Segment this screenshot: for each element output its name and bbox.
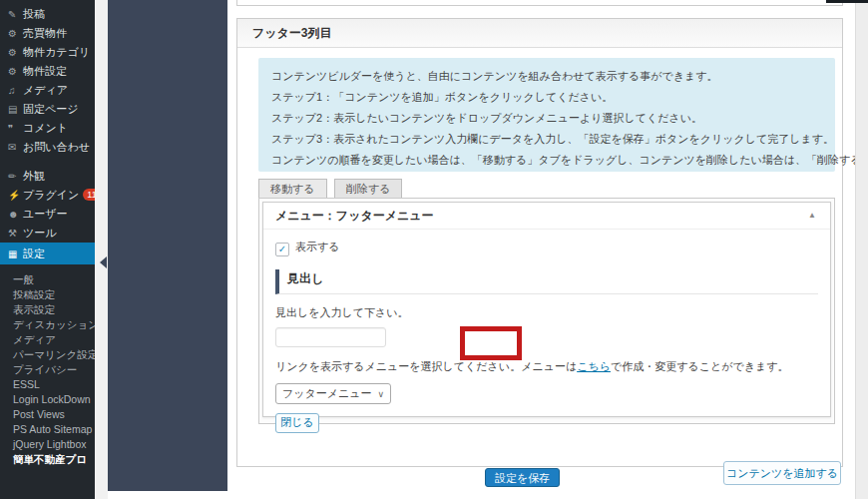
add-content-button[interactable]: コンテンツを追加する: [723, 461, 841, 485]
info-line: ステップ2：表示したいコンテンツをドロップダウンメニューより選択してください。: [271, 108, 835, 129]
pin-icon: ✎: [8, 5, 23, 24]
sidebar-subitem-ps-auto-sitemap[interactable]: PS Auto Sitemap: [0, 422, 95, 437]
wordpress-admin-page: ✎投稿 ⚙売買物件 ⚙物件カテゴリ ⚙物件設定 ♫メディア ▤固定ページ ❞コメ…: [0, 0, 868, 499]
tab-delete[interactable]: 削除する: [334, 179, 403, 198]
gear-icon: ⚙: [8, 24, 23, 43]
footer-column3-panel: フッター3列目 コンテンツビルダーを使うと、自由にコンテンツを組み合わせて表示す…: [236, 18, 843, 467]
menu-postbox: メニュー：フッターメニュー ▲ ✓表示する 見出し 見出しを入力して下さい。 リ…: [262, 202, 831, 417]
sidebar-item-posts[interactable]: ✎投稿: [0, 5, 95, 24]
info-line: ステップ1：「コンテンツを追加」ボタンをクリックしてください。: [271, 87, 835, 108]
comment-icon: ❞: [8, 119, 23, 138]
tab-move[interactable]: 移動する: [258, 179, 327, 198]
sidebar-subitem-jquery-lightbox[interactable]: jQuery Lightbox: [0, 437, 95, 452]
menu-link-sentence: リンクを表示するメニューを選択してください。メニューはこちらで作成・変更すること…: [275, 359, 818, 374]
chevron-down-icon: ∨: [378, 389, 385, 399]
sidebar-item-users[interactable]: ☻ユーザー: [0, 205, 95, 224]
show-checkbox[interactable]: ✓: [275, 243, 289, 256]
content-builder-box: メニュー：フッターメニュー ▲ ✓表示する 見出し 見出しを入力して下さい。 リ…: [258, 198, 835, 424]
postbox-title: メニュー：フッターメニュー: [275, 209, 434, 223]
settings-icon: ▦: [8, 244, 23, 265]
collapse-arrow-icon[interactable]: ▲: [808, 203, 816, 229]
sidebar-subitem-post-views[interactable]: Post Views: [0, 407, 95, 422]
sidebar-item-plugins[interactable]: ⚡プラグイン11: [0, 186, 95, 205]
content-block-tabs: 移動する 削除する: [258, 179, 405, 198]
media-icon: ♫: [8, 81, 23, 100]
heading-hint: 見出しを入力して下さい。: [275, 305, 818, 320]
sidebar-subitem-general[interactable]: 一般: [0, 272, 95, 287]
sidebar-subitem-fudousan-pro[interactable]: 簡単不動産プロ: [0, 452, 95, 467]
settings-submenu: 一般 投稿設定 表示設定 ディスカッション メディア パーマリンク設定 プライバ…: [0, 264, 95, 467]
postbox-header: メニュー：フッターメニュー ▲: [263, 203, 830, 230]
main-content: フッター3列目 コンテンツビルダーを使うと、自由にコンテンツを組み合わせて表示す…: [227, 0, 855, 499]
sidebar-item-settings[interactable]: ▦設定: [0, 243, 95, 264]
sidebar-item-property-categories[interactable]: ⚙物件カテゴリ: [0, 43, 95, 62]
sidebar-subitem-discussion[interactable]: ディスカッション: [0, 317, 95, 332]
heading-section-title: 見出し: [275, 269, 818, 294]
sidebar-item-appearance[interactable]: ✏外観: [0, 167, 95, 186]
info-line: ステップ3：表示されたコンテンツ入力欄にデータを入力し、「設定を保存」ボタンをク…: [271, 129, 835, 150]
mail-icon: ✉: [8, 138, 23, 157]
kochira-link[interactable]: こちら: [577, 360, 611, 372]
sidebar-subitem-media[interactable]: メディア: [0, 332, 95, 347]
admin-sidebar: ✎投稿 ⚙売買物件 ⚙物件カテゴリ ⚙物件設定 ♫メディア ▤固定ページ ❞コメ…: [0, 0, 95, 499]
sidebar-gutter: [95, 0, 108, 499]
wrench-icon: ⚒: [8, 224, 23, 243]
info-line: コンテンツの順番を変更したい場合は、「移動する」タブをドラッグし、コンテンツを削…: [271, 150, 835, 171]
previous-panel-edge: [236, 0, 843, 6]
gear-icon: ⚙: [8, 62, 23, 81]
top-right-dark-strip: [826, 0, 868, 3]
panel-title: フッター3列目: [237, 19, 842, 48]
sidebar-subitem-privacy[interactable]: プライバシー: [0, 362, 95, 377]
postbox-body: ✓表示する 見出し 見出しを入力して下さい。 リンクを表示するメニューを選択して…: [263, 230, 830, 433]
active-menu-arrow: [100, 256, 107, 268]
show-checkbox-label: 表示する: [295, 241, 340, 252]
brush-icon: ✏: [8, 167, 23, 186]
info-line: コンテンツビルダーを使うと、自由にコンテンツを組み合わせて表示する事ができます。: [271, 66, 835, 87]
sidebar-item-pages[interactable]: ▤固定ページ: [0, 100, 95, 119]
sidebar-subitem-login-lockdown[interactable]: Login LockDown: [0, 392, 95, 407]
sidebar-item-contact[interactable]: ✉お問い合わせ: [0, 138, 95, 157]
user-icon: ☻: [8, 205, 23, 224]
save-settings-button[interactable]: 設定を保存: [485, 468, 560, 487]
sidebar-item-media[interactable]: ♫メディア: [0, 81, 95, 100]
dark-side-panel: [108, 0, 227, 491]
sidebar-subitem-permalinks[interactable]: パーマリンク設定: [0, 347, 95, 362]
menu-select[interactable]: フッターメニュー∨: [275, 383, 391, 404]
sidebar-item-tools[interactable]: ⚒ツール: [0, 224, 95, 243]
plugin-icon: ⚡: [8, 186, 23, 205]
pages-icon: ▤: [8, 100, 23, 119]
sidebar-item-property-settings[interactable]: ⚙物件設定: [0, 62, 95, 81]
gear-icon: ⚙: [8, 43, 23, 62]
heading-input[interactable]: [275, 327, 386, 347]
sidebar-subitem-essl[interactable]: ESSL: [0, 377, 95, 392]
close-button[interactable]: 閉じる: [275, 413, 319, 433]
sidebar-subitem-reading[interactable]: 表示設定: [0, 302, 95, 317]
scrollbar-track[interactable]: [855, 0, 868, 499]
instructions-infobox: コンテンツビルダーを使うと、自由にコンテンツを組み合わせて表示する事ができます。…: [258, 58, 835, 172]
annotation-red-box: [460, 326, 522, 360]
sidebar-subitem-writing[interactable]: 投稿設定: [0, 287, 95, 302]
sidebar-item-comments[interactable]: ❞コメント: [0, 119, 95, 138]
sidebar-item-properties[interactable]: ⚙売買物件: [0, 24, 95, 43]
